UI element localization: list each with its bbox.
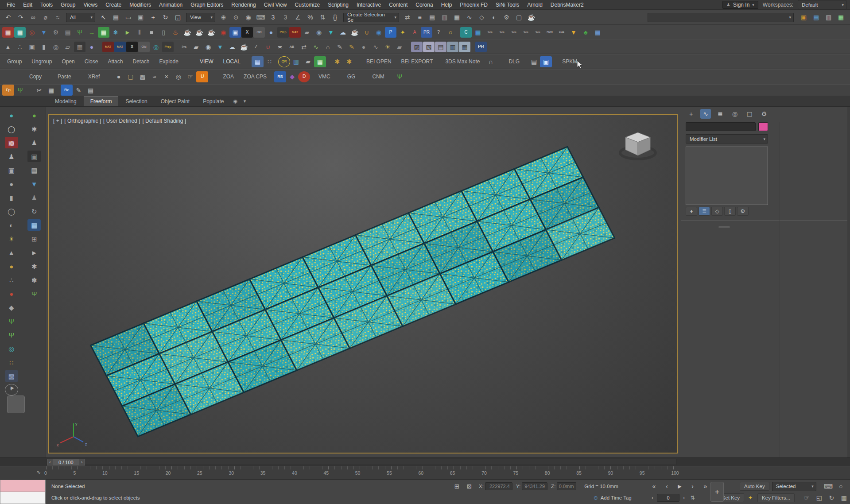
poly-tools-icon[interactable]: ▲	[2, 42, 14, 52]
x-coordinate-field[interactable]: -222972.4	[485, 482, 512, 490]
edit-named-selection-sets-icon[interactable]: {}	[329, 12, 341, 23]
tab-freeform[interactable]: Freeform	[84, 96, 119, 106]
material-editor-icon[interactable]: ◐	[488, 12, 500, 23]
scissors2-icon[interactable]: ✂	[33, 85, 45, 96]
grid3-icon[interactable]: ⊞	[27, 233, 41, 244]
hatch-1-icon[interactable]: ▨	[411, 42, 423, 52]
media-icon[interactable]: ►	[27, 247, 41, 258]
globe-icon[interactable]: ◉	[373, 27, 384, 38]
checker-icon[interactable]: ▩	[136, 71, 148, 82]
y-coordinate-field[interactable]: -94341.29	[522, 482, 547, 490]
frame-spinner[interactable]: ⇅	[688, 493, 697, 502]
play-icon[interactable]: ►	[122, 27, 133, 38]
menu-item[interactable]: Corona	[411, 0, 437, 9]
scatter-dots-icon[interactable]: ∴	[5, 274, 18, 286]
button-view[interactable]: VIEW	[195, 54, 218, 69]
angle-snap-icon[interactable]: ∠	[292, 12, 304, 23]
viewport[interactable]: [ + ][ Orthographic ][ User Defined ][ D…	[48, 114, 678, 454]
rb-badge-icon[interactable]: RB	[274, 71, 286, 82]
qr-ring-icon[interactable]: QR	[278, 56, 290, 67]
mini-curve-editor-icon[interactable]: ∿	[36, 469, 41, 475]
menu-item[interactable]: Phoenix FD	[456, 0, 492, 9]
sphere3-icon[interactable]: ●	[358, 42, 369, 52]
zoom-icon[interactable]: ○	[835, 481, 847, 492]
panel-scrollbar[interactable]	[847, 107, 850, 457]
viewport-label-segment[interactable]: [ Orthographic ]	[64, 118, 101, 124]
old-icon[interactable]: Old	[253, 27, 265, 38]
previous-frame-arrow[interactable]: ‹	[47, 459, 53, 465]
flower2-icon[interactable]: ✽	[27, 274, 41, 286]
sparkle-icon[interactable]: ✱	[27, 260, 41, 272]
funnel-icon[interactable]: ▼	[568, 27, 579, 38]
scissors-icon[interactable]: ✂	[179, 42, 190, 52]
lamp-icon[interactable]: ☀	[5, 233, 18, 244]
tab-modeling[interactable]: Modeling	[49, 97, 83, 106]
dots-icon[interactable]: ∷	[264, 56, 276, 67]
menu-item[interactable]: Scripting	[324, 0, 353, 9]
teapot-blue-icon[interactable]: ☕	[349, 27, 361, 38]
go-to-end-button[interactable]: »	[699, 481, 711, 492]
grass-brush-icon[interactable]: Ψ	[394, 71, 406, 82]
track-bar[interactable]: ∿ 05101520253035404550556065707580859095…	[0, 466, 850, 479]
remove-modifier-button[interactable]: ▯	[724, 207, 736, 216]
scene-explorer-icon[interactable]: ▥	[439, 12, 450, 23]
old2-icon[interactable]: Old	[138, 42, 150, 52]
object-name-field[interactable]	[686, 122, 756, 131]
workspaces-dropdown[interactable]: Default ▾	[798, 0, 846, 9]
viewport-label-segment[interactable]: [ User Defined ]	[103, 118, 140, 124]
teapot-small-icon[interactable]: ☕	[238, 42, 250, 52]
ribbon-circle-icon[interactable]: ◉	[231, 97, 240, 105]
button-close[interactable]: Close	[80, 54, 103, 69]
button-dlg[interactable]: DLG	[504, 54, 524, 69]
cylinder-icon[interactable]: ▮	[38, 42, 50, 52]
scene-model[interactable]	[49, 115, 677, 453]
add-key-button[interactable]: +	[710, 482, 724, 502]
curve-icon[interactable]: ∿	[310, 42, 322, 52]
gold-sphere-icon[interactable]: ●	[5, 260, 18, 272]
snap-toggle-3d-icon[interactable]: 3	[267, 12, 279, 23]
pulze-pentagon-icon[interactable]: ◆	[286, 71, 298, 82]
cloud-icon[interactable]: ☁	[337, 27, 349, 38]
plugin-red-ring-icon[interactable]: ◎	[26, 27, 38, 38]
magnifier-icon[interactable]: ○	[445, 27, 456, 38]
sini-binary-icon[interactable]: 0101	[556, 27, 567, 38]
teapot-purple-icon[interactable]: ☕	[206, 27, 217, 38]
button-zoa-cps[interactable]: ZOA CPS	[239, 70, 272, 84]
bone-icon[interactable]: ≍	[274, 42, 286, 52]
deadline-d-icon[interactable]: D	[298, 71, 310, 82]
time-slider-track[interactable]	[46, 459, 676, 465]
render-production-icon[interactable]: ☕	[525, 12, 537, 23]
hand-icon[interactable]: ☞	[184, 71, 196, 82]
workspace-icon-2[interactable]: ▤	[810, 12, 822, 23]
button-copy[interactable]: Copy	[24, 70, 47, 84]
menu-item[interactable]: Edit	[19, 0, 36, 9]
rollout-grip[interactable]	[718, 226, 730, 228]
sini-sculpt-icon[interactable]: SiNi	[532, 27, 543, 38]
keyboard-shortcut-override-icon[interactable]: ⌨	[255, 12, 267, 23]
teal-ring-icon[interactable]: ◎	[5, 343, 18, 354]
button-gg[interactable]: GG	[342, 70, 361, 84]
menu-item[interactable]: Animation	[155, 0, 186, 9]
snap-toggle-25d-icon[interactable]: 3	[279, 12, 291, 23]
menu-item[interactable]: Tools	[36, 0, 57, 9]
shell-stack-icon[interactable]: ≈	[148, 71, 160, 82]
menu-item[interactable]: Arnold	[523, 0, 547, 9]
photo-icon[interactable]: ▩	[5, 137, 18, 148]
flame-icon[interactable]: ♨	[170, 27, 181, 38]
paint-icon[interactable]: ✎	[346, 42, 357, 52]
dots2-icon[interactable]: ∷	[5, 357, 18, 368]
mirror-icon[interactable]: ⇄	[401, 12, 413, 23]
spin-ring-icon[interactable]: ↻	[27, 205, 41, 217]
listener-macro-row[interactable]	[0, 480, 46, 492]
sini-proxsi-icon[interactable]: SiNi	[520, 27, 532, 38]
plant2-icon[interactable]: Ψ	[5, 315, 18, 327]
cone-icon[interactable]: ▲	[5, 247, 18, 258]
ribbon-dropdown-icon[interactable]: ▾	[241, 97, 249, 105]
next-key-button[interactable]: ›	[687, 481, 699, 492]
align-icon[interactable]: ≡	[414, 12, 426, 23]
leaf-icon[interactable]: Ψ	[27, 288, 41, 299]
target-icon[interactable]: ◉	[217, 27, 229, 38]
unwrella-u-icon[interactable]: U	[196, 71, 208, 82]
menu-item[interactable]: SiNi Tools	[492, 0, 523, 9]
plant-icon[interactable]: Ψ	[74, 27, 85, 38]
